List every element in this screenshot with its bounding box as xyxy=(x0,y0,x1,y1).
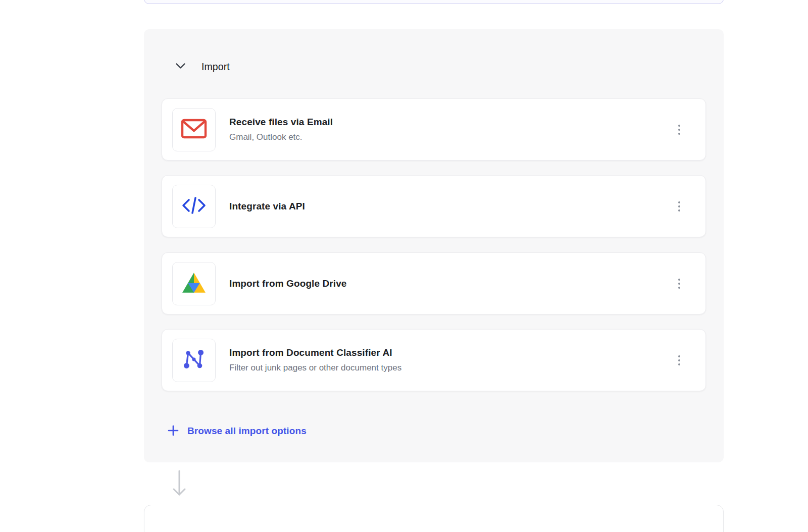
gmail-envelope-icon xyxy=(181,119,207,141)
import-section-header: Import xyxy=(173,60,230,74)
kebab-menu-icon[interactable] xyxy=(672,120,686,140)
code-brackets-icon xyxy=(181,194,207,219)
page: Import Receive files via Email Gmail, Ou… xyxy=(0,0,808,532)
card-subtitle: Gmail, Outlook etc. xyxy=(229,132,333,142)
icon-tile xyxy=(172,262,216,305)
card-text: Integrate via API xyxy=(229,201,305,212)
section-collapse-toggle[interactable] xyxy=(173,61,188,73)
card-title: Import from Document Classifier AI xyxy=(229,347,401,358)
card-title: Import from Google Drive xyxy=(229,278,347,289)
import-option-card-document-classifier[interactable]: Import from Document Classifier AI Filte… xyxy=(162,329,706,391)
import-option-card-api[interactable]: Integrate via API xyxy=(162,175,706,237)
card-subtitle: Filter out junk pages or other document … xyxy=(229,363,401,373)
card-text: Receive files via Email Gmail, Outlook e… xyxy=(229,117,333,142)
icon-tile xyxy=(172,185,216,228)
icon-tile xyxy=(172,339,216,382)
import-option-card-google-drive[interactable]: Import from Google Drive xyxy=(162,252,706,314)
card-title: Receive files via Email xyxy=(229,117,333,128)
plus-icon xyxy=(168,425,179,438)
kebab-menu-icon[interactable] xyxy=(672,274,686,294)
next-section-card-top-edge xyxy=(144,505,724,532)
card-text: Import from Google Drive xyxy=(229,278,347,289)
chevron-down-icon xyxy=(175,63,186,71)
import-option-card-email[interactable]: Receive files via Email Gmail, Outlook e… xyxy=(162,98,706,161)
network-graph-icon xyxy=(182,348,206,373)
section-title: Import xyxy=(201,61,230,73)
card-title: Integrate via API xyxy=(229,201,305,212)
import-section-panel: Import Receive files via Email Gmail, Ou… xyxy=(144,29,724,462)
kebab-menu-icon[interactable] xyxy=(672,196,686,217)
previous-card-bottom-edge xyxy=(144,0,724,4)
arrow-down-icon xyxy=(172,469,187,502)
browse-all-import-options-link[interactable]: Browse all import options xyxy=(168,422,307,440)
icon-tile xyxy=(172,108,216,151)
card-text: Import from Document Classifier AI Filte… xyxy=(229,347,401,373)
kebab-menu-icon[interactable] xyxy=(672,350,686,370)
browse-all-label: Browse all import options xyxy=(187,425,307,437)
google-drive-icon xyxy=(181,272,207,296)
